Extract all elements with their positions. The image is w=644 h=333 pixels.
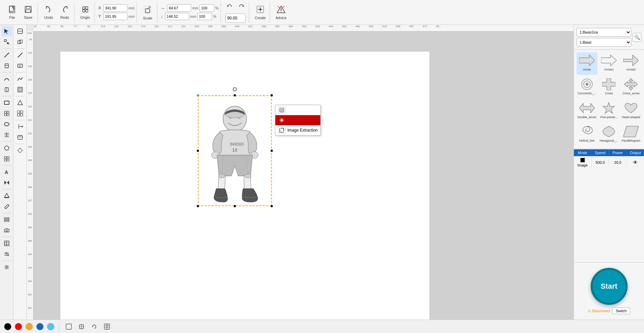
search-button[interactable]: 🔍 (633, 33, 641, 42)
panel2-btn2[interactable] (15, 37, 25, 47)
color-red[interactable] (15, 323, 22, 330)
handle-top-left[interactable] (197, 94, 199, 97)
svg-rect-3 (26, 6, 30, 9)
shape-concentric[interactable]: Concentric_... (577, 76, 597, 99)
handle-bottom-mid[interactable] (233, 205, 236, 207)
mirror-tool-button[interactable] (1, 178, 12, 188)
panel2-btn11[interactable] (15, 145, 25, 155)
shape-double-arrow[interactable]: Double_arrow (577, 100, 597, 123)
svg-text:A: A (5, 170, 8, 175)
canvas-background[interactable]: SHOIO 10 (34, 32, 574, 320)
x-input[interactable] (103, 4, 127, 12)
color-black[interactable] (4, 323, 11, 330)
disconnect-button[interactable]: ⚠ Disconnect (588, 309, 610, 313)
panel2-btn9[interactable] (15, 122, 25, 132)
redo-button[interactable]: Redo (57, 4, 72, 21)
cam-tool-button[interactable] (1, 225, 12, 235)
shape-five-pointed[interactable]: Five-pointe... (599, 100, 620, 123)
align3-tool-button[interactable] (1, 154, 12, 164)
h-input[interactable] (165, 13, 189, 20)
color-blue[interactable] (36, 323, 44, 330)
panel2-btn7[interactable] (15, 98, 25, 108)
shape-arrow1[interactable]: Arrow1 (599, 52, 620, 75)
burst-tool-button[interactable] (1, 262, 12, 272)
curve-tool-button[interactable] (1, 74, 12, 84)
rotate-cw-button[interactable] (236, 2, 247, 12)
handle-bottom-left[interactable] (197, 205, 199, 207)
switch-button[interactable]: Switch (612, 307, 630, 314)
grid-tool-button[interactable] (1, 108, 12, 118)
file-button[interactable]: File (5, 4, 19, 21)
panel2-btn3[interactable] (15, 50, 25, 60)
layers-tool-button[interactable] (1, 215, 12, 225)
handle-top-right[interactable] (270, 94, 273, 97)
category-dropdown[interactable]: 1.BasicGra (577, 28, 631, 37)
rotate-handle[interactable] (233, 87, 237, 91)
origin-button[interactable]: Origin (78, 4, 93, 21)
pencil-tool-button[interactable] (1, 201, 12, 211)
advice-button[interactable]: Advice (273, 4, 288, 21)
ellipse-tool-button[interactable] (1, 119, 12, 129)
settings-tool-button[interactable] (1, 249, 12, 259)
output-eye-button[interactable]: 👁 (633, 160, 638, 165)
handle-mid-right[interactable] (270, 149, 273, 152)
align2-tool-button[interactable] (1, 130, 12, 140)
canvas-area[interactable]: 19 38 58 77 96 115 135 154 173 192 211 2… (27, 25, 574, 320)
table-tool-button[interactable] (1, 238, 12, 248)
bb-fit-button[interactable] (77, 322, 86, 331)
angle-input[interactable] (225, 13, 246, 23)
context-extract-item[interactable] (275, 115, 320, 125)
panel2-btn1[interactable] (15, 26, 25, 36)
context-image-extraction-item[interactable]: Image Extraction (275, 125, 320, 135)
undo-button[interactable]: Undo (41, 4, 56, 21)
h-pct-input[interactable] (197, 13, 212, 20)
erase-tool-button[interactable] (1, 191, 12, 201)
select-tool-button[interactable] (1, 26, 12, 36)
style-dropdown[interactable]: 1.Basic (577, 38, 631, 47)
bb-crop-button[interactable] (64, 322, 73, 331)
panel2-btn8[interactable] (15, 108, 25, 118)
bb-undo-button[interactable] (90, 322, 99, 331)
panel2-btn4[interactable] (15, 61, 25, 71)
shape-helical[interactable]: Helical_line (577, 124, 597, 146)
color-orange[interactable] (25, 323, 33, 330)
start-button[interactable]: Start (591, 268, 628, 305)
ruler-v-mark: 211 (28, 119, 32, 121)
text-tool-button[interactable]: A (1, 167, 12, 177)
handle-mid-left[interactable] (197, 149, 199, 152)
create-button[interactable]: Create (253, 4, 268, 21)
select2-tool-button[interactable] (1, 37, 12, 47)
color-lightblue[interactable] (47, 323, 54, 330)
handle-bottom-right[interactable] (270, 205, 273, 207)
w-input[interactable] (167, 4, 191, 12)
cut-tool-button[interactable] (1, 61, 12, 71)
context-properties-item[interactable] (275, 105, 320, 115)
line-tool-button[interactable] (1, 50, 12, 60)
handle-top-mid[interactable] (233, 94, 236, 97)
panel2-btn6[interactable] (15, 85, 25, 95)
xy-coords: X mm Y mm (98, 4, 135, 20)
shape-arrow2[interactable]: Arrow2 (621, 52, 641, 75)
shape-arrow[interactable]: Arrow (577, 52, 597, 75)
coordinates-group: X mm Y mm (96, 2, 137, 22)
bb-grid-button[interactable] (102, 322, 112, 331)
panel2-btn10[interactable] (15, 132, 25, 142)
save-button[interactable]: Save (21, 4, 36, 21)
shape-parallelogram[interactable]: Parallelogram (621, 124, 641, 146)
align-tool-button[interactable] (1, 85, 12, 95)
panel2-btn5[interactable] (15, 74, 25, 84)
polygon-tool-button[interactable] (1, 143, 12, 153)
shape-heart[interactable]: Heart-shaped (621, 100, 641, 123)
rect-tool-button[interactable] (1, 98, 12, 108)
shape-hexagonal[interactable]: Hexagonal_... (599, 124, 620, 146)
scale-button[interactable]: Scale (140, 3, 155, 21)
shape-cross-arrow[interactable]: Cross_arrow (621, 76, 641, 99)
arrow-label: Arrow (583, 68, 591, 71)
y-input[interactable] (103, 13, 127, 20)
w-pct-input[interactable] (200, 4, 214, 12)
svg-rect-22 (4, 40, 6, 42)
shape-cross[interactable]: Cross (599, 76, 620, 99)
image-container[interactable]: SHOIO 10 (198, 95, 272, 206)
mode-color-swatch[interactable] (580, 158, 585, 162)
rotate-ccw-button[interactable] (224, 2, 235, 12)
